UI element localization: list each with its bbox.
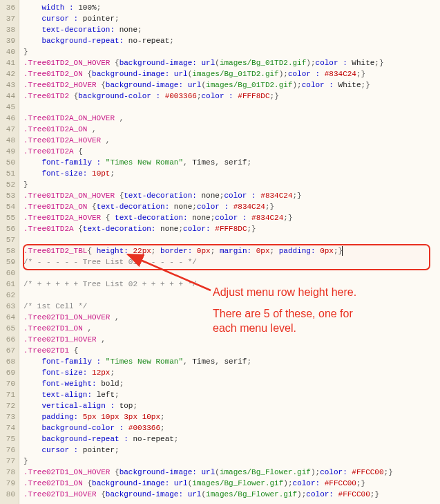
code-line[interactable]: .Tree01TD2_ON_HOVER {background-image: u… [23,57,440,68]
code-line[interactable]: font-family : "Times New Roman", Times, … [23,157,440,168]
token-hex: #834C24 [260,192,292,200]
token-brace: } [251,225,256,233]
token-sel: .Tree01TD2_TBL [23,247,87,255]
line-number: 42 [2,68,15,80]
code-line[interactable]: font-size: 10pt; [23,168,440,179]
token-sel: .Tree01TD2A_HOVER [23,136,106,144]
code-line[interactable]: } [23,179,440,190]
code-line[interactable] [23,102,440,113]
code-line[interactable]: .Tree02TD1_ON_HOVER , [23,312,440,323]
token-punc: ; [169,37,174,45]
token-sel: .Tree01TD2A [23,147,78,156]
code-editor[interactable]: 3637383940414243444546474849505152535455… [0,0,440,504]
line-number: 44 [2,91,15,102]
token-brace: } [274,92,279,100]
code-line[interactable]: font-weight: bold; [23,378,440,389]
code-line[interactable]: .Tree02TD1_ON {background-image: url(ima… [23,478,440,489]
token-prop: color : [197,203,233,211]
token-val: none [160,225,178,233]
code-line[interactable]: .Tree01TD2A { [23,146,440,157]
code-area[interactable]: width : 100%; cursor : pointer; text-dec… [19,0,440,504]
code-line[interactable]: /* - - - - - Tree List 01 - - - - - */ [23,256,440,268]
code-line[interactable]: width : 100%; [23,2,440,13]
line-number: 46 [2,113,15,124]
token-punc: , [215,357,224,366]
line-number: 77 [2,456,15,467]
code-line[interactable]: .Tree02TD1_HOVER {background-image: url(… [23,489,440,500]
token-com: /* 1st Cell */ [23,302,87,310]
token-val: serif [224,357,247,366]
token-pl [23,424,41,432]
token-pl [23,37,41,45]
token-prop: background-image: [92,479,174,487]
code-line[interactable]: } [23,456,440,467]
code-line[interactable]: background-repeat : no-repeat; [23,433,440,445]
line-number: 41 [2,57,15,68]
code-line[interactable]: .Tree01TD2A_ON , [23,124,440,135]
token-url: url [201,59,215,67]
code-line[interactable]: .Tree01TD2A_ON {text-decoration: none;co… [23,201,440,212]
code-line[interactable]: .Tree02TD1_HOVER , [23,334,440,345]
line-number: 75 [2,433,15,445]
code-line[interactable]: font-size: 12px; [23,367,440,378]
code-line[interactable]: background-repeat: no-repeat; [23,35,440,46]
token-prop: font-family : [41,357,105,366]
code-line[interactable]: font-family : "Times New Roman", Times, … [23,356,440,367]
token-punc: ; [151,247,160,255]
code-line[interactable]: vertical-align : top; [23,400,440,411]
token-prop: background-image: [92,70,174,78]
code-line[interactable]: /* 1st Cell */ [23,301,440,312]
token-num: 10pt [92,169,110,178]
code-line[interactable]: .Tree01TD2 {background-color : #003366;c… [23,91,440,102]
line-number: 39 [2,35,15,46]
token-prop: color: [320,468,352,476]
code-line[interactable] [23,290,440,301]
token-prop: text-decoration: [124,192,201,200]
line-number: 78 [2,467,15,478]
token-brace: } [270,203,275,211]
line-number: 70 [2,378,15,389]
line-number: 55 [2,212,15,223]
token-prop: color: [306,490,338,498]
token-com: /* + + + + + Tree List 02 + + + + + */ [23,280,197,288]
code-line[interactable]: .Tree01TD2A {text-decoration: none;color… [23,223,440,234]
code-line[interactable]: .Tree01TD2A_HOVER { text-decoration: non… [23,212,440,223]
token-punc: , [101,335,106,344]
token-punc: ; [174,435,179,443]
code-line[interactable]: .Tree01TD2A_ON_HOVER {text-decoration: n… [23,190,440,201]
code-line[interactable]: .Tree01TD2_HOVER {background-image: url(… [23,80,440,91]
code-line[interactable]: text-align: left; [23,389,440,400]
code-line[interactable]: .Tree02TD1_ON , [23,323,440,334]
line-number: 52 [2,179,15,190]
code-line[interactable]: .Tree01TD2A_ON_HOVER , [23,113,440,124]
token-sel: .Tree02TD1_ON [23,479,87,487]
code-line[interactable]: .Tree01TD2_ON {background-image: url(ima… [23,68,440,80]
code-line[interactable]: text-decoration: none; [23,24,440,35]
code-line[interactable]: cursor : pointer; [23,13,440,24]
code-line[interactable] [23,268,440,279]
code-line[interactable]: .Tree02TD1 { [23,345,440,356]
token-brace: } [23,180,28,189]
code-line[interactable]: .Tree02TD1_ON_HOVER {background-image: u… [23,467,440,478]
line-number: 48 [2,135,15,146]
code-line[interactable]: cursor : pointer; [23,445,440,456]
token-prop: height: [97,247,133,255]
code-line[interactable]: padding: 5px 10px 3px 10px; [23,411,440,422]
token-brace: } [374,490,379,498]
code-line[interactable] [23,234,440,245]
token-punc: ; [119,380,124,388]
code-line[interactable]: .Tree01TD2A_HOVER , [23,135,440,146]
token-num: 0px [320,247,334,255]
token-punc: ; [265,203,270,211]
token-str: "Times New Roman" [106,158,183,167]
token-brace: } [23,48,28,56]
code-line[interactable]: background-color : #003366; [23,422,440,433]
token-prop: vertical-align : [41,402,119,410]
token-num: 22px [133,247,151,255]
token-sel: .Tree01TD2A_HOVER [23,214,106,222]
line-number: 51 [2,168,15,179]
code-line[interactable]: .Tree01TD2_TBL{ height: 22px; border: 0p… [23,245,440,256]
code-line[interactable]: } [23,46,440,57]
code-line[interactable]: /* + + + + + Tree List 02 + + + + + */ [23,279,440,290]
token-punc: ; [211,247,220,255]
